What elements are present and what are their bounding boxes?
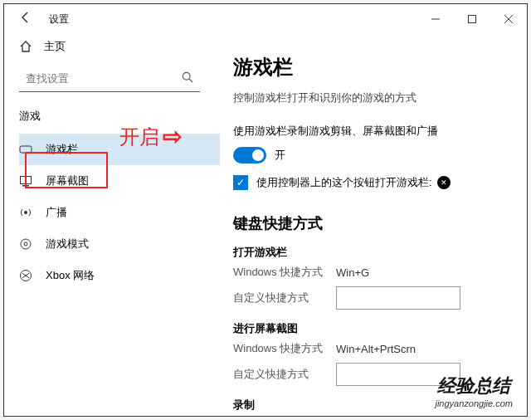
svg-rect-1 xyxy=(469,16,476,23)
toggle-label: 使用游戏栏录制游戏剪辑、屏幕截图和广播 xyxy=(233,124,514,139)
gamemode-icon xyxy=(19,237,32,251)
win-shortcut-value: Win+Alt+PrtScrn xyxy=(336,343,416,355)
content-pane: 游戏栏 控制游戏栏打开和识别你的游戏的方式 使用游戏栏录制游戏剪辑、屏幕截图和广… xyxy=(220,34,527,416)
broadcast-icon xyxy=(19,206,32,219)
home-label: 主页 xyxy=(44,39,66,54)
custom-shortcut-input[interactable] xyxy=(336,286,460,310)
group-heading: 打开游戏栏 xyxy=(233,245,514,260)
page-description: 控制游戏栏打开和识别你的游戏的方式 xyxy=(233,90,514,105)
sidebar-item-gamemode[interactable]: 游戏模式 xyxy=(19,228,220,260)
watermark: 经验总结 jingyanzongjie.com xyxy=(435,374,513,408)
svg-point-11 xyxy=(24,242,27,246)
shortcut-group-open: 打开游戏栏 Windows 快捷方式 Win+G 自定义快捷方式 xyxy=(233,245,514,310)
checkbox-label: 使用控制器上的这个按钮打开游戏栏: xyxy=(256,175,432,190)
toggle-state: 开 xyxy=(275,148,285,163)
section-title: 游戏 xyxy=(19,109,220,124)
home-icon xyxy=(19,40,32,53)
titlebar: 设置 xyxy=(4,4,527,34)
gamebar-toggle[interactable] xyxy=(233,147,266,164)
maximize-button[interactable] xyxy=(454,6,490,32)
sidebar-item-screenshot[interactable]: 屏幕截图 xyxy=(19,165,220,197)
watermark-title: 经验总结 xyxy=(435,374,513,398)
search-input[interactable] xyxy=(26,72,182,85)
xbox-button-icon: ✕ xyxy=(437,176,451,189)
svg-rect-6 xyxy=(20,146,32,153)
minimize-button[interactable] xyxy=(417,6,454,32)
screenshot-icon xyxy=(19,174,32,188)
back-button[interactable] xyxy=(16,7,36,31)
xbox-icon xyxy=(19,269,32,282)
svg-rect-7 xyxy=(21,177,32,184)
win-shortcut-label: Windows 快捷方式 xyxy=(233,265,336,280)
win-shortcut-value: Win+G xyxy=(336,266,369,279)
sidebar-item-label: 游戏模式 xyxy=(46,237,89,252)
search-icon xyxy=(182,71,193,85)
win-shortcut-label: Windows 快捷方式 xyxy=(233,341,336,356)
page-title: 游戏栏 xyxy=(233,54,514,81)
sidebar-item-broadcast[interactable]: 广播 xyxy=(19,197,220,228)
sidebar-item-xbox[interactable]: Xbox 网络 xyxy=(19,260,220,291)
watermark-url: jingyanzongjie.com xyxy=(435,398,513,408)
svg-point-10 xyxy=(21,239,31,249)
sidebar-item-label: Xbox 网络 xyxy=(46,268,95,283)
custom-shortcut-label: 自定义快捷方式 xyxy=(233,291,336,305)
svg-rect-8 xyxy=(22,185,29,187)
sidebar-item-label: 屏幕截图 xyxy=(46,173,89,188)
sidebar: 主页 游戏 游戏栏 屏幕截图 xyxy=(4,34,220,416)
search-box[interactable] xyxy=(19,66,200,92)
svg-point-9 xyxy=(24,211,27,214)
svg-line-5 xyxy=(189,79,192,82)
app-title: 设置 xyxy=(49,12,69,27)
sidebar-item-label: 游戏栏 xyxy=(46,142,78,157)
custom-shortcut-label: 自定义快捷方式 xyxy=(233,367,336,382)
gamebar-icon xyxy=(19,143,32,156)
shortcuts-heading: 键盘快捷方式 xyxy=(233,213,514,233)
home-link[interactable]: 主页 xyxy=(19,39,220,54)
close-button[interactable] xyxy=(490,6,527,32)
sidebar-item-gamebar[interactable]: 游戏栏 xyxy=(19,134,220,165)
svg-point-4 xyxy=(183,72,190,80)
controller-checkbox[interactable]: ✓ xyxy=(233,175,248,190)
group-heading: 进行屏幕截图 xyxy=(233,321,514,336)
sidebar-item-label: 广播 xyxy=(46,205,67,220)
svg-point-12 xyxy=(21,271,32,281)
